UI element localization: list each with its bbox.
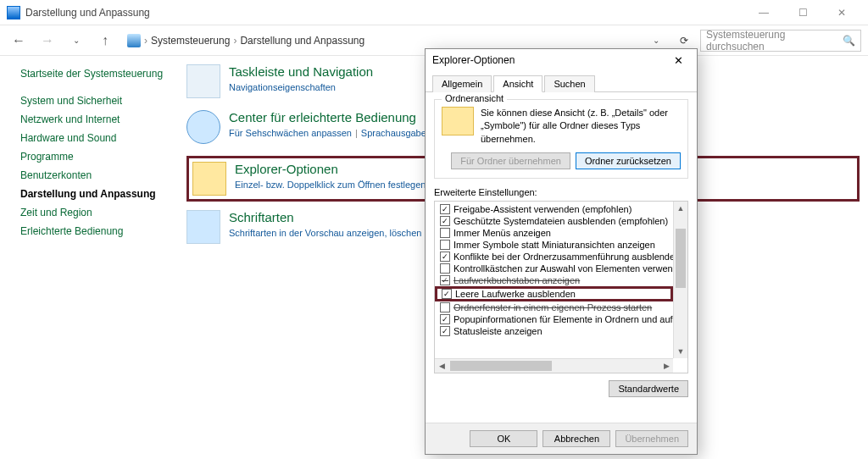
minimize-button[interactable]: — [744,0,783,25]
scroll-thumb-h[interactable] [450,361,552,371]
advanced-setting-label: Laufwerkbuchstaben anzeigen [453,275,580,285]
advanced-setting-label: Freigabe-Assistent verwenden (empfohlen) [453,204,632,214]
advanced-setting-row[interactable]: ✓Geschützte Systemdateien ausblenden (em… [435,215,673,227]
advanced-setting-row[interactable]: ✓Freigabe-Assistent verwenden (empfohlen… [435,203,673,215]
search-icon: 🔍 [843,35,855,47]
advanced-setting-row[interactable]: Kontrollkästchen zur Auswahl von Element… [435,263,673,274]
horizontal-scrollbar[interactable]: ◀ ▶ [435,358,673,373]
ok-button[interactable]: OK [470,430,537,447]
checkbox[interactable]: ✓ [440,252,450,262]
vertical-scrollbar[interactable]: ▲ ▼ [673,202,687,358]
advanced-setting-row[interactable]: ✓Popupinformationen für Elemente in Ordn… [435,313,673,325]
scroll-right-icon[interactable]: ▶ [659,359,673,373]
advanced-setting-label: Kontrollkästchen zur Auswahl von Element… [453,263,688,274]
category-title[interactable]: Schriftarten [229,210,435,224]
advanced-setting-label: Ordnerfenster in einem eigenen Prozess s… [453,302,652,312]
category-sublink[interactable]: Navigationseigenschaften [229,82,336,92]
scroll-up-icon[interactable]: ▲ [674,202,687,215]
breadcrumb-icon [127,34,141,47]
category-title[interactable]: Explorer-Optionen [235,162,426,176]
history-dropdown[interactable]: ⌄ [64,29,88,53]
advanced-setting-row[interactable]: Immer Menüs anzeigen [435,227,673,239]
advanced-setting-label: Konflikte bei der Ordnerzusammenführung … [453,252,680,262]
category-sublinks: Schriftarten in der Vorschau anzeigen, l… [229,226,435,241]
checkbox[interactable]: ✓ [440,326,450,336]
dialog-close-button[interactable]: ✕ [666,52,690,69]
checkbox[interactable] [440,228,450,238]
search-input[interactable]: Systemsteuerung durchsuchen 🔍 [700,30,861,52]
dialog-titlebar[interactable]: Explorer-Optionen ✕ [426,49,697,71]
sidebar-item[interactable]: Netzwerk und Internet [20,110,170,129]
window-controls: — ☐ ✕ [744,0,861,25]
sidebar-item[interactable]: System und Sicherheit [20,91,170,110]
window-title: Darstellung und Anpassung [25,7,744,19]
advanced-settings-list[interactable]: ✓Freigabe-Assistent verwenden (empfohlen… [434,201,688,373]
explorer-options-dialog: Explorer-Optionen ✕ AllgemeinAnsichtSuch… [425,48,698,455]
checkbox[interactable]: ✓ [440,314,450,324]
checkbox[interactable]: ✓ [440,216,450,226]
checkbox[interactable]: ✓ [440,275,450,285]
advanced-settings-label: Erweiterte Einstellungen: [434,187,688,197]
sidebar-item[interactable]: Darstellung und Anpassung [20,185,170,203]
checkbox[interactable]: ✓ [442,289,452,299]
folder-view-group: Ordneransicht Sie können diese Ansicht (… [434,99,688,179]
titlebar: Darstellung und Anpassung — ☐ ✕ [0,0,868,25]
category-sublink[interactable]: Für Sehschwächen anpassen [229,128,352,138]
advanced-setting-label: Popupinformationen für Elemente in Ordne… [453,314,688,324]
category-sublinks: Einzel- bzw. Doppelklick zum Öffnen fest… [235,178,426,192]
sidebar-item[interactable]: Erleichterte Bedienung [20,222,170,241]
chevron-right-icon: › [233,35,236,47]
advanced-setting-row[interactable]: ✓Leere Laufwerke ausblenden [437,288,671,300]
scroll-left-icon[interactable]: ◀ [435,359,448,373]
tab-ansicht[interactable]: Ansicht [493,75,542,92]
advanced-setting-label: Immer Symbole statt Miniaturansichten an… [453,240,655,250]
dialog-title: Explorer-Optionen [432,54,666,66]
sidebar-item[interactable]: Programme [20,147,170,166]
clock-icon [186,110,220,144]
close-button[interactable]: ✕ [822,0,861,25]
checkbox[interactable] [440,240,450,250]
folder-view-group-label: Ordneransicht [442,93,507,103]
category-sublink[interactable]: Einzel- bzw. Doppelklick zum Öffnen fest… [235,180,426,190]
checkbox[interactable] [440,302,450,312]
category-title[interactable]: Taskleiste und Navigation [229,64,373,79]
tab-suchen[interactable]: Suchen [544,75,594,92]
sidebar-home-link[interactable]: Startseite der Systemsteuerung [20,68,170,80]
folder-icon [192,162,226,196]
sidebar-item[interactable]: Hardware und Sound [20,129,170,147]
dialog-body: Ordneransicht Sie können diese Ansicht (… [426,92,697,423]
advanced-setting-row[interactable]: ✓Statusleiste anzeigen [435,325,673,337]
cancel-button[interactable]: Abbrechen [542,430,610,447]
scroll-thumb[interactable] [676,229,686,288]
up-button[interactable]: ↑ [93,29,117,53]
restore-defaults-button[interactable]: Standardwerte [609,380,688,397]
advanced-setting-label: Leere Laufwerke ausblenden [455,289,576,299]
advanced-setting-row[interactable]: Ordnerfenster in einem eigenen Prozess s… [435,301,673,313]
category-sublink[interactable]: Schriftarten in der Vorschau anzeigen, l… [229,228,435,238]
breadcrumb-current[interactable]: Darstellung und Anpassung [240,35,364,47]
sidebar: Startseite der Systemsteuerung System un… [0,56,178,459]
sidebar-item[interactable]: Zeit und Region [20,203,170,222]
apply-to-folders-button[interactable]: Für Ordner übernehmen [451,152,570,169]
advanced-setting-row[interactable]: Immer Symbole statt Miniaturansichten an… [435,239,673,251]
search-placeholder: Systemsteuerung durchsuchen [706,29,839,53]
advanced-setting-label: Geschützte Systemdateien ausblenden (emp… [453,216,668,226]
tab-allgemein[interactable]: Allgemein [432,75,492,92]
back-button[interactable]: ← [7,29,31,53]
advanced-setting-label: Statusleiste anzeigen [453,326,542,336]
reset-folders-button[interactable]: Ordner zurücksetzen [576,152,681,169]
chevron-right-icon: › [144,35,147,47]
advanced-setting-row[interactable]: ✓Laufwerkbuchstaben anzeigen [435,274,673,286]
checkbox[interactable]: ✓ [440,204,450,214]
forward-button[interactable]: → [36,29,59,53]
breadcrumb-root[interactable]: Systemsteuerung [151,35,230,47]
advanced-setting-row[interactable]: ✓Konflikte bei der Ordnerzusammenführung… [435,251,673,263]
scroll-down-icon[interactable]: ▼ [674,345,687,358]
folder-view-text: Sie können diese Ansicht (z. B. „Details… [481,107,681,146]
apply-button[interactable]: Übernehmen [615,430,688,447]
checkbox[interactable] [440,263,450,274]
dialog-tabs: AllgemeinAnsichtSuchen [426,71,697,92]
maximize-button[interactable]: ☐ [783,0,822,25]
sidebar-item[interactable]: Benutzerkonten [20,166,170,185]
control-panel-icon [7,6,20,19]
